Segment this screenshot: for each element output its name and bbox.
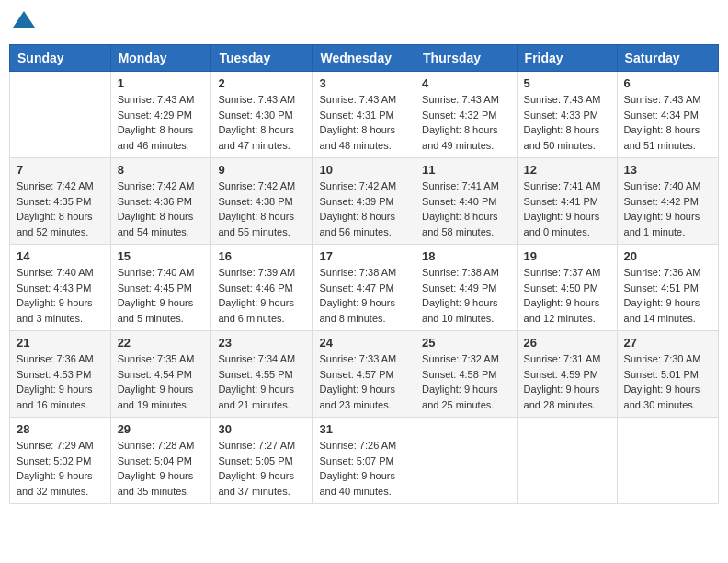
day-number: 4 (422, 76, 510, 90)
calendar-header-row: SundayMondayTuesdayWednesdayThursdayFrid… (10, 45, 719, 72)
day-number: 13 (624, 163, 711, 177)
column-header-sunday: Sunday (10, 45, 111, 72)
calendar-cell: 18Sunrise: 7:38 AMSunset: 4:49 PMDayligh… (415, 245, 518, 331)
day-number: 29 (118, 422, 205, 436)
day-number: 16 (218, 249, 305, 263)
day-number: 27 (624, 336, 711, 350)
day-number: 5 (524, 76, 610, 90)
day-info: Sunrise: 7:42 AMSunset: 4:35 PMDaylight:… (17, 178, 104, 239)
column-header-saturday: Saturday (617, 45, 718, 72)
day-number: 20 (624, 249, 711, 263)
day-info: Sunrise: 7:43 AMSunset: 4:33 PMDaylight:… (524, 92, 610, 153)
calendar-cell: 9Sunrise: 7:42 AMSunset: 4:38 PMDaylight… (211, 158, 313, 245)
day-number: 24 (319, 336, 408, 350)
calendar-cell: 7Sunrise: 7:42 AMSunset: 4:35 PMDaylight… (10, 158, 111, 245)
day-info: Sunrise: 7:27 AMSunset: 5:05 PMDaylight:… (218, 438, 305, 499)
calendar-cell: 29Sunrise: 7:28 AMSunset: 5:04 PMDayligh… (110, 418, 211, 504)
calendar-cell: 16Sunrise: 7:39 AMSunset: 4:46 PMDayligh… (211, 245, 313, 331)
day-number: 11 (422, 163, 510, 177)
calendar-cell: 11Sunrise: 7:41 AMSunset: 4:40 PMDayligh… (415, 158, 518, 245)
calendar-cell (517, 418, 617, 504)
day-number: 9 (218, 163, 305, 177)
day-number: 19 (524, 249, 610, 263)
calendar-cell: 6Sunrise: 7:43 AMSunset: 4:34 PMDaylight… (617, 72, 718, 158)
day-info: Sunrise: 7:30 AMSunset: 5:01 PMDaylight:… (624, 351, 711, 412)
calendar-cell: 30Sunrise: 7:27 AMSunset: 5:05 PMDayligh… (211, 418, 313, 504)
day-info: Sunrise: 7:40 AMSunset: 4:42 PMDaylight:… (624, 178, 711, 239)
calendar-cell: 23Sunrise: 7:34 AMSunset: 4:55 PMDayligh… (211, 331, 313, 418)
week-row-2: 7Sunrise: 7:42 AMSunset: 4:35 PMDaylight… (10, 158, 719, 245)
calendar-cell (415, 418, 518, 504)
day-number: 28 (17, 422, 104, 436)
calendar-cell: 20Sunrise: 7:36 AMSunset: 4:51 PMDayligh… (617, 245, 718, 331)
calendar-cell: 5Sunrise: 7:43 AMSunset: 4:33 PMDaylight… (517, 72, 617, 158)
calendar-cell: 2Sunrise: 7:43 AMSunset: 4:30 PMDaylight… (211, 72, 313, 158)
day-info: Sunrise: 7:40 AMSunset: 4:45 PMDaylight:… (118, 265, 205, 326)
day-number: 12 (524, 163, 610, 177)
day-info: Sunrise: 7:43 AMSunset: 4:30 PMDaylight:… (218, 92, 305, 153)
svg-marker-0 (13, 11, 35, 28)
day-number: 21 (17, 336, 104, 350)
calendar-cell: 12Sunrise: 7:41 AMSunset: 4:41 PMDayligh… (517, 158, 617, 245)
column-header-friday: Friday (517, 45, 617, 72)
calendar-cell: 17Sunrise: 7:38 AMSunset: 4:47 PMDayligh… (313, 245, 415, 331)
calendar-table: SundayMondayTuesdayWednesdayThursdayFrid… (9, 44, 719, 504)
day-info: Sunrise: 7:36 AMSunset: 4:51 PMDaylight:… (624, 265, 711, 326)
logo (9, 9, 37, 35)
day-info: Sunrise: 7:38 AMSunset: 4:49 PMDaylight:… (422, 265, 510, 326)
day-number: 2 (218, 76, 305, 90)
day-info: Sunrise: 7:43 AMSunset: 4:29 PMDaylight:… (118, 92, 205, 153)
calendar-cell: 22Sunrise: 7:35 AMSunset: 4:54 PMDayligh… (110, 331, 211, 418)
day-number: 10 (319, 163, 408, 177)
day-info: Sunrise: 7:33 AMSunset: 4:57 PMDaylight:… (319, 351, 408, 412)
calendar-cell: 28Sunrise: 7:29 AMSunset: 5:02 PMDayligh… (10, 418, 111, 504)
day-info: Sunrise: 7:34 AMSunset: 4:55 PMDaylight:… (218, 351, 305, 412)
day-info: Sunrise: 7:36 AMSunset: 4:53 PMDaylight:… (17, 351, 104, 412)
day-info: Sunrise: 7:35 AMSunset: 4:54 PMDaylight:… (118, 351, 205, 412)
day-number: 22 (118, 336, 205, 350)
day-info: Sunrise: 7:40 AMSunset: 4:43 PMDaylight:… (17, 265, 104, 326)
day-number: 23 (218, 336, 305, 350)
calendar-cell: 14Sunrise: 7:40 AMSunset: 4:43 PMDayligh… (10, 245, 111, 331)
day-number: 17 (319, 249, 408, 263)
calendar-cell: 3Sunrise: 7:43 AMSunset: 4:31 PMDaylight… (313, 72, 415, 158)
calendar-cell: 25Sunrise: 7:32 AMSunset: 4:58 PMDayligh… (415, 331, 518, 418)
day-info: Sunrise: 7:38 AMSunset: 4:47 PMDaylight:… (319, 265, 408, 326)
day-info: Sunrise: 7:42 AMSunset: 4:38 PMDaylight:… (218, 178, 305, 239)
calendar-cell: 15Sunrise: 7:40 AMSunset: 4:45 PMDayligh… (110, 245, 211, 331)
calendar-cell (10, 72, 111, 158)
calendar-cell (617, 418, 718, 504)
calendar-cell: 19Sunrise: 7:37 AMSunset: 4:50 PMDayligh… (517, 245, 617, 331)
calendar-cell: 31Sunrise: 7:26 AMSunset: 5:07 PMDayligh… (313, 418, 415, 504)
calendar-cell: 26Sunrise: 7:31 AMSunset: 4:59 PMDayligh… (517, 331, 617, 418)
calendar-cell: 8Sunrise: 7:42 AMSunset: 4:36 PMDaylight… (110, 158, 211, 245)
day-info: Sunrise: 7:28 AMSunset: 5:04 PMDaylight:… (118, 438, 205, 499)
day-number: 26 (524, 336, 610, 350)
day-number: 1 (118, 76, 205, 90)
calendar-cell: 1Sunrise: 7:43 AMSunset: 4:29 PMDaylight… (110, 72, 211, 158)
day-info: Sunrise: 7:43 AMSunset: 4:34 PMDaylight:… (624, 92, 711, 153)
logo-icon (11, 9, 37, 35)
day-info: Sunrise: 7:37 AMSunset: 4:50 PMDaylight:… (524, 265, 610, 326)
calendar-cell: 10Sunrise: 7:42 AMSunset: 4:39 PMDayligh… (313, 158, 415, 245)
column-header-monday: Monday (110, 45, 211, 72)
week-row-4: 21Sunrise: 7:36 AMSunset: 4:53 PMDayligh… (10, 331, 719, 418)
column-header-tuesday: Tuesday (211, 45, 313, 72)
day-info: Sunrise: 7:29 AMSunset: 5:02 PMDaylight:… (17, 438, 104, 499)
day-info: Sunrise: 7:41 AMSunset: 4:41 PMDaylight:… (524, 178, 610, 239)
page-header (9, 9, 719, 35)
day-number: 30 (218, 422, 305, 436)
day-number: 31 (319, 422, 408, 436)
day-number: 6 (624, 76, 711, 90)
day-info: Sunrise: 7:26 AMSunset: 5:07 PMDaylight:… (319, 438, 408, 499)
week-row-1: 1Sunrise: 7:43 AMSunset: 4:29 PMDaylight… (10, 72, 719, 158)
day-info: Sunrise: 7:43 AMSunset: 4:31 PMDaylight:… (319, 92, 408, 153)
day-number: 7 (17, 163, 104, 177)
day-number: 3 (319, 76, 408, 90)
week-row-5: 28Sunrise: 7:29 AMSunset: 5:02 PMDayligh… (10, 418, 719, 504)
day-number: 15 (118, 249, 205, 263)
calendar-cell: 13Sunrise: 7:40 AMSunset: 4:42 PMDayligh… (617, 158, 718, 245)
week-row-3: 14Sunrise: 7:40 AMSunset: 4:43 PMDayligh… (10, 245, 719, 331)
day-number: 14 (17, 249, 104, 263)
day-info: Sunrise: 7:42 AMSunset: 4:36 PMDaylight:… (118, 178, 205, 239)
